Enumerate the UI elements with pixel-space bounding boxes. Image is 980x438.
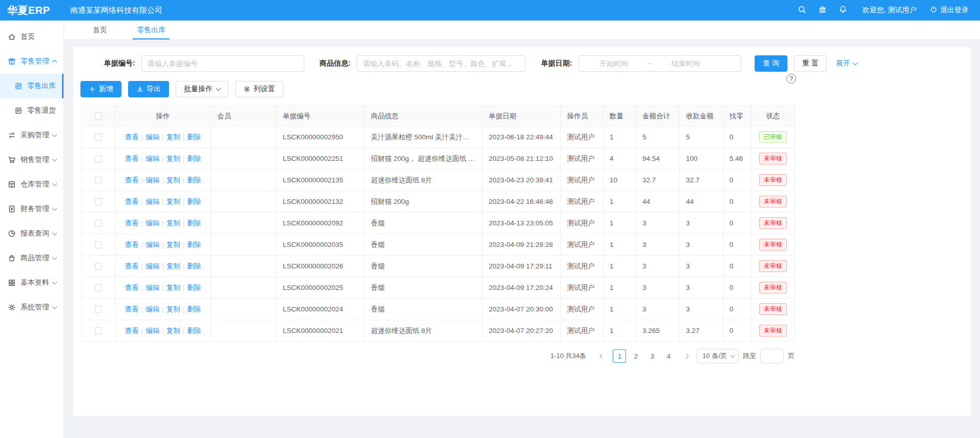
action-delete-link[interactable]: 删除 — [187, 262, 201, 270]
action-edit-link[interactable]: 编辑 — [145, 327, 159, 335]
tab-home[interactable]: 首页 — [85, 20, 115, 39]
action-copy-link[interactable]: 复制 — [166, 327, 180, 335]
sidebar-item-goods[interactable]: 商品管理 — [0, 246, 64, 270]
reset-button[interactable]: 重 置 — [794, 55, 827, 72]
logout-button[interactable]: 退出登录 — [930, 6, 969, 15]
page-button-1[interactable]: 1 — [613, 349, 626, 363]
page-button-2[interactable]: 2 — [629, 349, 642, 363]
action-copy-link[interactable]: 复制 — [166, 155, 180, 162]
next-page-button[interactable] — [679, 349, 693, 363]
bank-button[interactable] — [812, 0, 832, 20]
action-edit-link[interactable]: 编辑 — [145, 305, 159, 313]
action-edit-link[interactable]: 编辑 — [145, 262, 159, 270]
action-view-link[interactable]: 查看 — [125, 262, 139, 270]
action-view-link[interactable]: 查看 — [125, 155, 139, 162]
action-edit-link[interactable]: 编辑 — [145, 198, 159, 205]
product-info-input[interactable] — [357, 55, 526, 72]
action-delete-link[interactable]: 删除 — [187, 133, 201, 141]
date-start-input[interactable] — [583, 59, 644, 68]
action-edit-link[interactable]: 编辑 — [145, 219, 159, 227]
cell-received: 3 — [680, 277, 723, 299]
select-all-checkbox[interactable] — [95, 113, 102, 120]
sidebar-item-basic[interactable]: 基本资料 — [0, 270, 64, 295]
page-button-4[interactable]: 4 — [662, 349, 675, 363]
action-copy-link[interactable]: 复制 — [166, 305, 180, 313]
action-view-link[interactable]: 查看 — [125, 219, 139, 227]
action-edit-link[interactable]: 编辑 — [145, 284, 159, 291]
search-button[interactable] — [791, 0, 812, 20]
sidebar-item-purchase[interactable]: 采购管理 — [0, 123, 64, 148]
row-checkbox[interactable] — [95, 198, 102, 205]
export-button[interactable]: 导出 — [128, 81, 169, 97]
action-view-link[interactable]: 查看 — [125, 176, 139, 184]
row-checkbox[interactable] — [95, 155, 102, 162]
action-copy-link[interactable]: 复制 — [166, 284, 180, 291]
action-delete-link[interactable]: 删除 — [187, 284, 201, 291]
cell-date: 2023-04-23 20:39:41 — [483, 170, 561, 191]
row-checkbox-cell — [82, 299, 115, 320]
action-view-link[interactable]: 查看 — [125, 198, 139, 205]
action-copy-link[interactable]: 复制 — [166, 133, 180, 141]
add-button[interactable]: 新增 — [80, 81, 121, 97]
action-delete-link[interactable]: 删除 — [187, 241, 201, 248]
action-edit-link[interactable]: 编辑 — [145, 155, 159, 162]
action-delete-link[interactable]: 删除 — [187, 155, 201, 162]
row-checkbox[interactable] — [95, 263, 102, 270]
action-copy-link[interactable]: 复制 — [166, 219, 180, 227]
action-delete-link[interactable]: 删除 — [187, 176, 201, 184]
row-checkbox[interactable] — [95, 327, 102, 335]
sidebar-item-retail[interactable]: 零售管理 — [0, 49, 64, 74]
action-edit-link[interactable]: 编辑 — [145, 241, 159, 248]
sidebar-item-system[interactable]: 系统管理 — [0, 295, 64, 320]
jump-page-input[interactable] — [760, 349, 784, 363]
action-delete-link[interactable]: 删除 — [187, 305, 201, 313]
cell-change: 0 — [723, 127, 752, 148]
date-end-input[interactable] — [655, 59, 716, 68]
action-copy-link[interactable]: 复制 — [166, 198, 180, 205]
bill-no-input[interactable] — [141, 55, 304, 72]
cell-bill-no: LSCK00000002025 — [277, 277, 365, 299]
column-settings-button[interactable]: 列设置 — [235, 81, 283, 97]
action-view-link[interactable]: 查看 — [125, 327, 139, 335]
sidebar-item-sales[interactable]: 销售管理 — [0, 148, 64, 172]
row-checkbox[interactable] — [95, 284, 102, 291]
sidebar-item-report[interactable]: 报表查询 — [0, 221, 64, 246]
action-separator: | — [141, 305, 143, 313]
action-delete-link[interactable]: 删除 — [187, 327, 201, 335]
row-checkbox[interactable] — [95, 220, 102, 227]
date-range-picker[interactable]: ~ — [578, 55, 741, 72]
batch-actions-button[interactable]: 批量操作 — [176, 81, 228, 97]
row-checkbox[interactable] — [95, 177, 102, 184]
page-unit-label: 页 — [788, 351, 795, 361]
sidebar-item-finance[interactable]: 财务管理 — [0, 197, 64, 221]
action-separator: | — [162, 284, 164, 291]
action-edit-link[interactable]: 编辑 — [145, 133, 159, 141]
sidebar-item-retail-return[interactable]: 零售退货 — [0, 98, 64, 123]
search-button[interactable]: 查 询 — [755, 55, 787, 72]
action-view-link[interactable]: 查看 — [125, 284, 139, 291]
action-copy-link[interactable]: 复制 — [166, 262, 180, 270]
page-button-3[interactable]: 3 — [645, 349, 659, 363]
action-copy-link[interactable]: 复制 — [166, 176, 180, 184]
row-checkbox[interactable] — [95, 241, 102, 248]
tab-retail-outbound[interactable]: 零售出库 — [129, 20, 174, 39]
action-view-link[interactable]: 查看 — [125, 305, 139, 313]
action-view-link[interactable]: 查看 — [125, 241, 139, 248]
action-delete-link[interactable]: 删除 — [187, 219, 201, 227]
prev-page-button[interactable] — [595, 349, 609, 363]
sidebar-item-retail-outbound[interactable]: 零售出库 — [0, 74, 64, 98]
sidebar-item-warehouse[interactable]: 仓库管理 — [0, 172, 64, 197]
bell-button[interactable] — [832, 0, 853, 20]
action-copy-link[interactable]: 复制 — [166, 241, 180, 248]
page-size-select[interactable]: 10 条/页 — [697, 349, 739, 363]
cell-date: 2023-04-09 17:20:24 — [483, 277, 561, 299]
sidebar-item-home[interactable]: 首页 — [0, 25, 64, 49]
action-edit-link[interactable]: 编辑 — [145, 176, 159, 184]
expand-link[interactable]: 展开 — [836, 59, 857, 68]
action-delete-link[interactable]: 删除 — [187, 198, 201, 205]
action-view-link[interactable]: 查看 — [125, 133, 139, 141]
home-icon — [8, 33, 16, 41]
help-button[interactable]: ? — [786, 74, 796, 84]
row-checkbox[interactable] — [95, 134, 102, 141]
row-checkbox[interactable] — [95, 306, 102, 313]
